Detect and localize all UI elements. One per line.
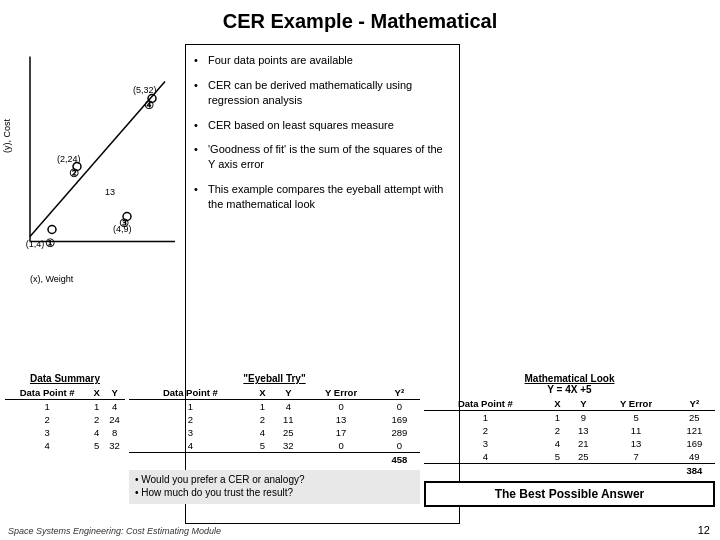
bullet-4: • 'Goodness of fit' is the sum of the sq… <box>194 142 447 172</box>
total-row: 384 <box>424 464 715 478</box>
eyeball-try-table: Data Point # X Y Y Error Y² 11400 221113… <box>129 386 420 466</box>
math-look-title: Mathematical Look <box>424 373 715 384</box>
svg-text:13: 13 <box>105 187 115 197</box>
svg-text:①: ① <box>45 237 55 249</box>
svg-text:②: ② <box>69 167 79 179</box>
page-title: CER Example - Mathematical <box>0 0 720 39</box>
table-row: 348 <box>5 426 125 439</box>
col-header: Y <box>104 386 125 400</box>
svg-text:(5,32): (5,32) <box>133 85 157 95</box>
mathematical-look-block: Mathematical Look Y = 4X +5 Data Point #… <box>424 373 715 507</box>
table-row: 114 <box>5 400 125 414</box>
data-summary-block: Data Summary Data Point # X Y 114 2224 3… <box>5 373 125 507</box>
table-row: 221113169 <box>129 413 420 426</box>
page-number: 12 <box>698 524 710 536</box>
data-summary-title: Data Summary <box>5 373 125 384</box>
math-look-subtitle: Y = 4X +5 <box>424 384 715 395</box>
bullet-2: • CER can be derived mathematically usin… <box>194 78 447 108</box>
eyeball-try-block: "Eyeball Try" Data Point # X Y Y Error Y… <box>129 373 420 507</box>
table-row: 4525749 <box>424 450 715 464</box>
bottom-section: Data Summary Data Point # X Y 114 2224 3… <box>5 373 715 507</box>
eyeball-try-title: "Eyeball Try" <box>129 373 420 384</box>
col-header: Data Point # <box>5 386 89 400</box>
svg-text:③: ③ <box>119 217 129 229</box>
col-header: X <box>89 386 104 400</box>
questions-box: • Would you prefer a CER or analogy? • H… <box>129 470 420 504</box>
table-row: 342113169 <box>424 437 715 450</box>
svg-text:(2,24): (2,24) <box>57 154 81 164</box>
table-row: 4532 <box>5 439 125 452</box>
table-row: 453200 <box>129 439 420 453</box>
bullet-1: • Four data points are available <box>194 53 447 68</box>
bullet-3: • CER based on least squares measure <box>194 118 447 133</box>
svg-point-3 <box>48 226 56 234</box>
footer-text: Space Systems Engineering: Cost Estimati… <box>8 526 221 536</box>
total-row: 458 <box>129 453 420 467</box>
question-2: • How much do you trust the result? <box>135 487 414 498</box>
table-row: 11400 <box>129 400 420 414</box>
mathematical-look-table: Data Point # X Y Y Error Y² 119525 22131… <box>424 397 715 477</box>
svg-text:④: ④ <box>144 99 154 111</box>
question-1: • Would you prefer a CER or analogy? <box>135 474 414 485</box>
table-row: 221311121 <box>424 424 715 437</box>
best-answer-box: The Best Possible Answer <box>424 481 715 507</box>
bullet-5: • This example compares the eyeball atte… <box>194 182 447 212</box>
graph-svg: (1,4) ① (2,24) ② (4,9) ③ (5,32) ④ 13 <box>5 44 180 274</box>
table-row: 119525 <box>424 411 715 425</box>
x-axis-label: (x), Weight <box>30 274 73 284</box>
table-row: 2224 <box>5 413 125 426</box>
svg-text:(1,4): (1,4) <box>26 239 45 249</box>
data-summary-table: Data Point # X Y 114 2224 348 4532 <box>5 386 125 452</box>
table-row: 342517289 <box>129 426 420 439</box>
